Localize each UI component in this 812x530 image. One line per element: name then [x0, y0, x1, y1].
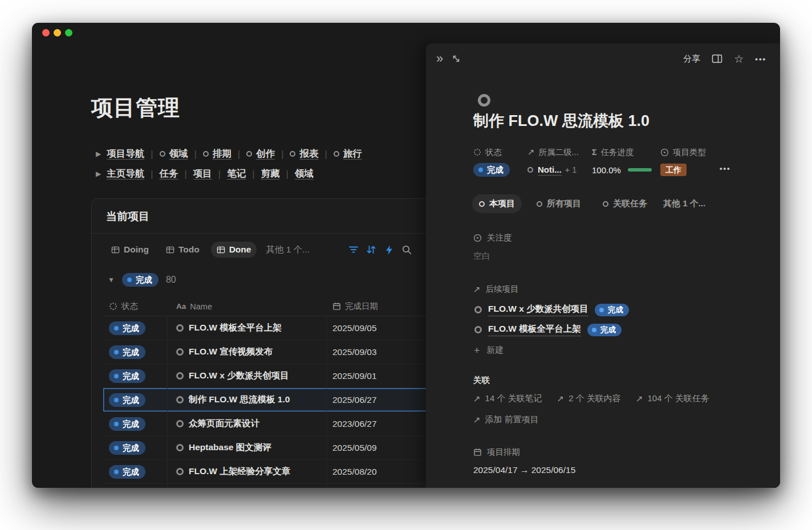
tab-more[interactable]: 其他 1 个...: [662, 194, 712, 213]
relation-arrow-icon: ↗: [636, 394, 643, 404]
page-ring-icon: [246, 151, 252, 157]
view-tab-doing[interactable]: Doing: [105, 242, 155, 258]
parent-value[interactable]: Noti... + 1: [527, 163, 579, 177]
property-progress: Σ 任务进度 100.0%: [592, 146, 652, 177]
followup-section-label: ↗ 后续项目: [473, 284, 519, 295]
peek-view-tabs: 本项目 所有项目 关联任务 其他 1 个...: [472, 194, 712, 213]
nav-link-tasks[interactable]: 任务: [160, 168, 178, 180]
column-header-name[interactable]: Aa Name: [167, 302, 326, 311]
followup-item[interactable]: FLO.W x 少数派共创项目 完成: [474, 303, 629, 316]
peek-page-title[interactable]: 制作 FLO.W 思流模板 1.0: [473, 111, 649, 131]
page-ring-icon: [160, 151, 165, 157]
related-notes-link[interactable]: ↗14 个 关联笔记: [473, 393, 542, 404]
table-view-icon: [166, 246, 174, 254]
nav-link-domain2[interactable]: 领域: [295, 168, 314, 180]
project-ring-icon: [176, 348, 184, 356]
minimize-window-button[interactable]: [54, 29, 61, 36]
nav-separator: |: [151, 149, 153, 160]
side-peek-toggle-icon[interactable]: [712, 51, 722, 66]
expand-page-icon[interactable]: [452, 51, 461, 66]
nav-separator: |: [324, 149, 327, 160]
group-status-badge[interactable]: 完成: [122, 273, 159, 287]
project-ring-icon: [474, 306, 482, 313]
collapse-toggle-icon[interactable]: ▶: [96, 150, 101, 158]
tab-linked-tasks[interactable]: 关联任务: [596, 194, 654, 213]
nav-link-report[interactable]: 报表: [290, 148, 318, 160]
nav-link-notes[interactable]: 笔记: [227, 168, 246, 180]
nav-separator: |: [185, 169, 187, 180]
view-tabs: Doing Todo Done 其他 1 个...: [105, 240, 313, 259]
group-count: 80: [166, 275, 176, 285]
nav-separator: |: [281, 149, 283, 160]
status-dot-icon: [127, 278, 132, 282]
property-parent: ↗ 所属二级... Noti... + 1: [527, 146, 579, 177]
nav-row-projects: ▶ 项目导航 | 领域 | 排期 | 创作 | 报表 | 旅行: [96, 148, 362, 160]
project-ring-icon: [478, 94, 490, 107]
add-prerequisite-link[interactable]: ↗添加 前置项目: [473, 414, 539, 425]
nav-link-schedule[interactable]: 排期: [203, 148, 232, 160]
nav-link-projects[interactable]: 项目: [193, 168, 212, 180]
project-ring-icon: [176, 468, 184, 475]
sort-icon[interactable]: [366, 244, 377, 255]
column-divider: [326, 316, 327, 488]
page-icon[interactable]: [478, 94, 490, 109]
page-ring-icon: [537, 201, 542, 207]
calendar-icon: [332, 302, 341, 311]
more-options-icon[interactable]: •••: [755, 51, 766, 66]
desktop-background: 项目管理 ▶ 项目导航 | 领域 | 排期 | 创作 | 报表 | 旅行 ▶ 主…: [0, 0, 812, 530]
status-dot-icon: [478, 168, 483, 172]
progress-value[interactable]: 100.0%: [592, 163, 652, 177]
status-dot-icon: [114, 374, 119, 378]
status-dot-icon: [114, 422, 119, 426]
new-item-button[interactable]: + 新建: [474, 345, 504, 356]
favorite-star-icon[interactable]: ☆: [734, 51, 744, 66]
view-tab-done[interactable]: Done: [211, 242, 257, 258]
focus-empty-value[interactable]: 空白: [473, 251, 490, 262]
rollup-sigma-icon: Σ: [592, 148, 596, 157]
nav-link-create[interactable]: 创作: [246, 148, 275, 160]
nav-link-clips[interactable]: 剪藏: [261, 168, 279, 180]
related-content-link[interactable]: ↗2 个 关联内容: [557, 393, 621, 404]
page-title[interactable]: 项目管理: [91, 93, 180, 123]
nav-link-domain[interactable]: 领域: [160, 148, 188, 160]
close-window-button[interactable]: [42, 29, 50, 36]
search-icon[interactable]: [401, 244, 412, 255]
status-badge: 完成: [587, 324, 622, 336]
schedule-date-range[interactable]: 2025/04/17 → 2025/06/15: [473, 465, 575, 475]
close-peek-icon[interactable]: »: [436, 51, 443, 66]
schedule-property-label: 项目排期: [473, 447, 520, 458]
status-badge: 完成: [109, 393, 145, 407]
project-ring-icon: [176, 444, 184, 451]
status-value[interactable]: 完成: [473, 163, 510, 177]
project-ring-icon: [176, 372, 184, 380]
share-button[interactable]: 分享: [683, 54, 700, 64]
more-properties-icon[interactable]: •••: [720, 164, 731, 173]
page-ring-icon: [334, 151, 339, 157]
page-ring-icon: [527, 167, 533, 173]
automation-lightning-icon[interactable]: [383, 244, 395, 255]
zoom-window-button[interactable]: [65, 29, 72, 36]
collapse-toggle-icon[interactable]: ▶: [96, 170, 101, 178]
tab-all-projects[interactable]: 所有项目: [530, 194, 588, 213]
column-header-status[interactable]: 状态: [103, 301, 167, 312]
side-peek-panel: » 分享 ☆ ••• 制作 FLO.W 思流模板 1.0: [426, 43, 780, 488]
view-tab-todo[interactable]: Todo: [160, 242, 205, 258]
group-collapse-icon[interactable]: ▼: [108, 276, 115, 284]
nav-link-project-nav[interactable]: 项目导航: [107, 148, 144, 160]
nav-link-home-nav[interactable]: 主页导航: [107, 168, 144, 180]
followup-item[interactable]: FLO.W 模板全平台上架 完成: [474, 323, 622, 336]
nav-separator: |: [252, 169, 254, 180]
calendar-icon: [473, 448, 482, 456]
more-views-button[interactable]: 其他 1 个...: [262, 241, 313, 259]
filter-icon[interactable]: [348, 244, 359, 255]
tab-this-project[interactable]: 本项目: [472, 194, 522, 213]
add-prerequisite-row: ↗添加 前置项目: [473, 414, 539, 425]
nav-link-travel[interactable]: 旅行: [334, 148, 362, 160]
relation-arrow-icon: ↗: [527, 147, 535, 157]
status-badge: 完成: [109, 441, 145, 455]
relation-arrow-icon: ↗: [557, 394, 565, 404]
app-window: 项目管理 ▶ 项目导航 | 领域 | 排期 | 创作 | 报表 | 旅行 ▶ 主…: [32, 23, 780, 488]
status-spinner-icon: [473, 148, 481, 156]
related-tasks-link[interactable]: ↗104 个 关联任务: [636, 393, 709, 404]
type-value[interactable]: 工作: [660, 163, 706, 177]
